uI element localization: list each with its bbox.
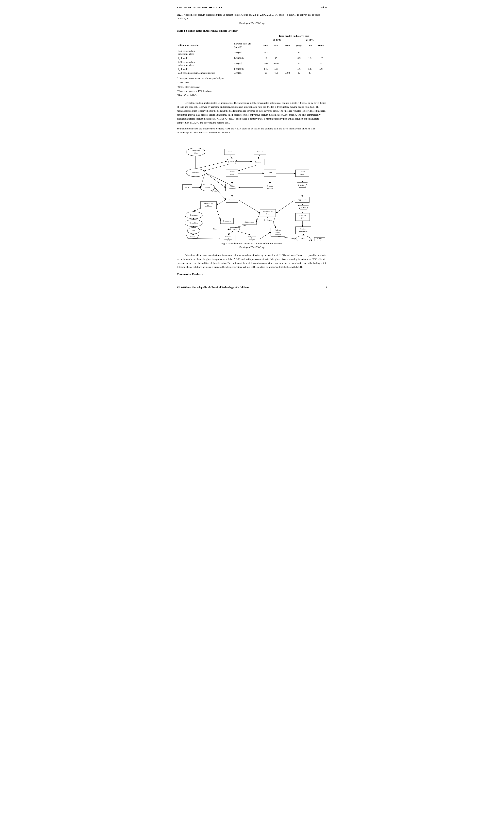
particle-size-cell: 230 (65) bbox=[233, 60, 260, 67]
value-cell bbox=[315, 71, 327, 75]
svg-text:glass: glass bbox=[230, 173, 234, 175]
col-50-75: 75% bbox=[305, 42, 315, 49]
svg-text:Rotary: Rotary bbox=[230, 185, 235, 187]
svg-line-117 bbox=[256, 213, 260, 222]
flowchart-svg: .box { fill: #fff; stroke: #000; stroke-… bbox=[177, 138, 327, 241]
table-row: hydratedc bbox=[177, 56, 233, 60]
svg-text:metasilicate: metasilicate bbox=[224, 238, 232, 240]
particle-size-cell: 149 (100) bbox=[233, 56, 260, 60]
svg-text:Grind: Grind bbox=[301, 184, 305, 186]
svg-text:Molten: Molten bbox=[229, 171, 234, 173]
value-cell: 1.7 bbox=[315, 56, 327, 60]
svg-line-128 bbox=[192, 238, 220, 239]
svg-line-88 bbox=[230, 155, 232, 159]
value-cell bbox=[281, 49, 293, 56]
value-cell: 4200 bbox=[271, 60, 281, 67]
table-title: Table 2. Solution Rates of Amorphous Sil… bbox=[177, 29, 327, 32]
svg-line-89 bbox=[258, 155, 260, 159]
svg-text:Screen: Screen bbox=[233, 228, 238, 230]
svg-text:Na₂CO₃: Na₂CO₃ bbox=[257, 151, 263, 153]
svg-line-92 bbox=[239, 165, 258, 171]
footnote: e Has 18.5 wt % H₂O. bbox=[177, 93, 327, 97]
table-row: 2.50 ratio potassium, anhydrous glass bbox=[177, 71, 233, 75]
svg-text:Sodium: Sodium bbox=[225, 236, 231, 238]
footnote: d Value corresponds to 15% dissolved. bbox=[177, 89, 327, 93]
body-para-1: Crystalline sodium metasilicates are man… bbox=[177, 101, 327, 125]
svg-text:Cooled: Cooled bbox=[300, 171, 305, 173]
svg-text:Screen: Screen bbox=[301, 206, 306, 208]
table-row: hydratedc bbox=[177, 67, 233, 71]
value-cell bbox=[305, 49, 315, 56]
svg-text:Autoclave: Autoclave bbox=[192, 171, 199, 173]
col-particle: Particle size, μm (mesh)b bbox=[233, 42, 260, 49]
value-cell: 0.48 bbox=[315, 67, 327, 71]
col-25-100: 100% bbox=[281, 42, 293, 49]
value-cell: 30 bbox=[293, 49, 305, 56]
value-cell: 3600 bbox=[260, 49, 271, 56]
header-right: Vol 22 bbox=[320, 6, 327, 9]
col-header-main: Time needed to dissolve, min bbox=[260, 34, 327, 38]
svg-text:orthosilicate: orthosilicate bbox=[299, 230, 308, 232]
svg-text:Evaporator: Evaporator bbox=[190, 214, 198, 216]
value-cell: 12 bbox=[293, 71, 305, 75]
footer-left: Kirk-Othmer Encyclopedia of Chemical Tec… bbox=[177, 286, 249, 289]
svg-text:glass: glass bbox=[301, 217, 304, 219]
page-footer: Kirk-Othmer Encyclopedia of Chemical Tec… bbox=[177, 284, 327, 289]
svg-text:pentahydrate: pentahydrate bbox=[223, 240, 232, 241]
svg-text:Anhydrous: Anhydrous bbox=[248, 236, 256, 238]
header-left: SYNTHETIC INORGANIC SILICATES bbox=[177, 6, 222, 9]
svg-line-119 bbox=[235, 225, 249, 227]
table-row: 2.00 ratio sodiumanhydrous glass bbox=[177, 60, 233, 67]
svg-text:dissolver: dissolver bbox=[229, 188, 235, 190]
col-silicate: Silicate, wt % ratio bbox=[177, 42, 233, 49]
svg-text:Fines: Fines bbox=[213, 228, 217, 230]
col-50-100: 100% bbox=[315, 42, 327, 49]
svg-line-114 bbox=[192, 234, 194, 235]
fig5-courtesy: Courtesy of The PQ Corp. bbox=[177, 22, 327, 25]
svg-text:NaOH: NaOH bbox=[317, 238, 322, 240]
value-cell bbox=[271, 49, 281, 56]
footnote: a Three parts water to one part silicate… bbox=[177, 76, 327, 81]
value-cell: 45 bbox=[271, 56, 281, 60]
svg-line-106 bbox=[217, 200, 226, 205]
particle-size-cell: 149 (100) bbox=[233, 67, 260, 71]
solution-rates-table: Time needed to dissolve, min at 25°C at … bbox=[177, 34, 327, 75]
svg-text:sodium: sodium bbox=[249, 238, 255, 240]
svg-line-87 bbox=[196, 161, 226, 169]
svg-text:Amorphous: Amorphous bbox=[191, 150, 200, 152]
svg-text:silica: silica bbox=[194, 152, 198, 154]
value-cell: 600 bbox=[260, 60, 271, 67]
svg-text:Blend: Blend bbox=[301, 238, 305, 240]
svg-text:Agglomerate: Agglomerate bbox=[245, 221, 254, 223]
particle-size-cell: 230 (65) bbox=[233, 49, 260, 56]
value-cell: 60 bbox=[260, 71, 271, 75]
col-50-50: 50%c bbox=[293, 42, 305, 49]
svg-line-110 bbox=[194, 208, 200, 212]
svg-text:dryer: dryer bbox=[266, 213, 270, 215]
svg-line-127 bbox=[260, 232, 271, 239]
svg-line-122 bbox=[237, 231, 250, 235]
body-para-2: Sodium orthosilicates are produced by bl… bbox=[177, 127, 327, 135]
value-cell: 0.25 bbox=[293, 67, 305, 71]
svg-text:beads: beads bbox=[318, 240, 322, 241]
page-header: SYNTHETIC INORGANIC SILICATES Vol 22 bbox=[177, 6, 327, 9]
value-cell bbox=[281, 67, 293, 71]
svg-text:Screen: Screen bbox=[267, 219, 272, 221]
svg-text:Chain: Chain bbox=[268, 171, 272, 173]
fig5-caption: Fig. 5. Viscosities of sodium silicate s… bbox=[177, 13, 327, 21]
value-cell: 0.9 bbox=[293, 56, 305, 60]
svg-line-129 bbox=[276, 200, 295, 213]
value-cell: 60 bbox=[315, 60, 327, 67]
col-sub2: at 50°C bbox=[293, 38, 327, 42]
svg-text:metasilicate: metasilicate bbox=[248, 240, 256, 241]
svg-text:Grind: Grind bbox=[230, 160, 234, 162]
value-cell bbox=[315, 49, 327, 56]
table-row: 3.22 ratio sodiumanhydrous glass bbox=[177, 49, 233, 56]
svg-text:Powdered: Powdered bbox=[299, 214, 306, 216]
svg-text:Metasilicate: Metasilicate bbox=[204, 202, 213, 204]
svg-text:Sand: Sand bbox=[228, 151, 232, 153]
svg-text:Spray or drum: Spray or drum bbox=[263, 210, 273, 212]
value-cell: 0.90 bbox=[271, 67, 281, 71]
svg-line-120 bbox=[273, 222, 276, 228]
col-25-75: 75% bbox=[271, 42, 281, 49]
